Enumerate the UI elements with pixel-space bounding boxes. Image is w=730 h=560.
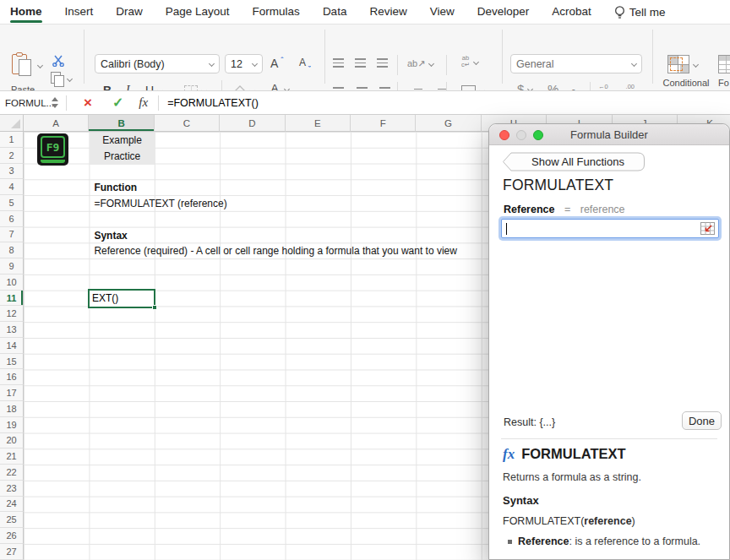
row-header-14[interactable]: 14 bbox=[0, 338, 24, 354]
menu-item-view[interactable]: View bbox=[430, 0, 455, 24]
column-header-c[interactable]: C bbox=[155, 115, 220, 132]
cell-b7[interactable]: Syntax bbox=[90, 228, 127, 244]
row-header-5[interactable]: 5 bbox=[0, 195, 24, 211]
row-header-1[interactable]: 1 bbox=[0, 132, 24, 148]
row-header-27[interactable]: 27 bbox=[0, 544, 24, 560]
fill-handle[interactable] bbox=[152, 305, 157, 310]
name-box[interactable]: FORMUL... bbox=[0, 98, 49, 108]
row-header-11[interactable]: 11 bbox=[0, 291, 24, 307]
cell-b4[interactable]: Function bbox=[90, 180, 137, 196]
font-name-select[interactable]: Calibri (Body) bbox=[95, 54, 220, 73]
row-header-19[interactable]: 19 bbox=[0, 417, 24, 433]
conditional-formatting-button[interactable] bbox=[667, 55, 698, 73]
font-color-button[interactable]: A bbox=[269, 82, 289, 91]
row-header-20[interactable]: 20 bbox=[0, 433, 24, 449]
column-header-g[interactable]: G bbox=[416, 115, 481, 132]
row-header-6[interactable]: 6 bbox=[0, 211, 24, 227]
column-header-f[interactable]: F bbox=[351, 115, 416, 132]
cut-button[interactable] bbox=[52, 55, 66, 67]
menu-item-acrobat[interactable]: Acrobat bbox=[552, 0, 591, 24]
row-header-7[interactable]: 7 bbox=[0, 227, 24, 243]
cell-b1[interactable]: Example bbox=[90, 133, 154, 149]
window-titlebar[interactable]: Formula Builder bbox=[489, 124, 729, 145]
menu-item-page-layout[interactable]: Page Layout bbox=[166, 0, 230, 24]
done-button[interactable]: Done bbox=[682, 411, 722, 430]
row-header-12[interactable]: 12 bbox=[0, 306, 24, 322]
menu-item-home[interactable]: Home bbox=[10, 0, 42, 24]
underline-button[interactable]: U bbox=[145, 84, 162, 91]
cell-b8[interactable]: Reference (required) - A cell or cell ra… bbox=[90, 243, 457, 259]
chevron-down-icon[interactable] bbox=[473, 58, 479, 64]
paste-button[interactable] bbox=[12, 52, 42, 78]
menu-item-developer[interactable]: Developer bbox=[477, 0, 530, 24]
chevron-down-icon[interactable] bbox=[693, 61, 699, 67]
row-header-8[interactable]: 8 bbox=[0, 242, 24, 258]
zoom-window-button[interactable] bbox=[533, 130, 543, 140]
select-all-corner[interactable] bbox=[0, 115, 24, 132]
percent-format-button[interactable]: % bbox=[548, 82, 558, 91]
wrap-text-button[interactable]: abc↵ bbox=[461, 55, 478, 68]
row-header-3[interactable]: 3 bbox=[0, 164, 24, 180]
row-header-17[interactable]: 17 bbox=[0, 385, 24, 401]
menu-item-review[interactable]: Review bbox=[369, 0, 406, 24]
show-all-functions-button[interactable]: Show All Functions bbox=[502, 152, 646, 171]
menu-item-data[interactable]: Data bbox=[323, 0, 347, 24]
decrease-decimal-button[interactable]: ←0 .00 bbox=[598, 84, 608, 91]
stepper-up-icon[interactable] bbox=[52, 97, 58, 101]
fill-color-button[interactable] bbox=[233, 84, 254, 91]
menu-item-formulas[interactable]: Formulas bbox=[253, 0, 300, 24]
row-header-9[interactable]: 9 bbox=[0, 258, 24, 275]
chevron-down-icon[interactable] bbox=[67, 75, 73, 81]
number-format-select[interactable]: General bbox=[510, 54, 642, 73]
column-header-d[interactable]: D bbox=[220, 115, 285, 132]
comma-format-button[interactable]: , bbox=[571, 77, 576, 91]
row-header-23[interactable]: 23 bbox=[0, 481, 24, 497]
orientation-button[interactable]: ab↗ bbox=[407, 58, 433, 69]
bold-button[interactable]: B bbox=[103, 84, 112, 91]
row-header-10[interactable]: 10 bbox=[0, 275, 24, 291]
currency-format-button[interactable]: $ bbox=[517, 82, 532, 91]
copy-button[interactable] bbox=[51, 72, 72, 85]
merge-center-button[interactable]: ↔ bbox=[461, 85, 484, 91]
font-size-select[interactable]: 12 bbox=[225, 54, 263, 73]
italic-button[interactable]: I bbox=[126, 84, 130, 91]
minimize-window-button[interactable] bbox=[516, 130, 526, 140]
cell-b2[interactable]: Practice bbox=[90, 149, 154, 165]
menu-item-draw[interactable]: Draw bbox=[116, 0, 143, 24]
cell-b11-editing[interactable]: EXT() bbox=[88, 289, 155, 308]
cell-b5[interactable]: =FORMULATEXT (reference) bbox=[90, 196, 226, 212]
decrease-font-size-button[interactable]: Aˆ bbox=[299, 57, 311, 68]
row-header-21[interactable]: 21 bbox=[0, 449, 24, 465]
row-header-24[interactable]: 24 bbox=[0, 497, 24, 513]
column-header-e[interactable]: E bbox=[286, 115, 351, 132]
column-header-a[interactable]: A bbox=[24, 115, 89, 132]
align-bottom-button[interactable] bbox=[377, 58, 390, 68]
increase-decimal-button[interactable]: .00 →0 bbox=[625, 84, 635, 91]
column-header-b[interactable]: B bbox=[89, 115, 154, 132]
name-box-stepper[interactable] bbox=[49, 97, 61, 108]
increase-font-size-button[interactable]: Aˆ bbox=[270, 57, 283, 70]
formula-input[interactable]: =FORMULATEXT() bbox=[167, 97, 259, 109]
row-header-15[interactable]: 15 bbox=[0, 354, 24, 370]
reference-input[interactable] bbox=[501, 219, 719, 238]
row-header-22[interactable]: 22 bbox=[0, 465, 24, 481]
borders-button[interactable] bbox=[184, 85, 206, 91]
format-as-table-button[interactable] bbox=[718, 55, 730, 73]
row-header-26[interactable]: 26 bbox=[0, 528, 24, 544]
row-header-2[interactable]: 2 bbox=[0, 148, 24, 164]
chevron-down-icon[interactable] bbox=[428, 61, 434, 67]
row-header-16[interactable]: 16 bbox=[0, 369, 24, 385]
tell-me-button[interactable]: Tell me bbox=[614, 5, 666, 19]
range-selector-icon[interactable] bbox=[700, 222, 715, 235]
cancel-button[interactable]: × bbox=[84, 95, 92, 110]
chevron-down-icon[interactable] bbox=[37, 62, 43, 68]
row-header-25[interactable]: 25 bbox=[0, 512, 24, 528]
insert-function-button[interactable]: fx bbox=[139, 95, 148, 110]
row-header-4[interactable]: 4 bbox=[0, 179, 24, 195]
align-top-button[interactable] bbox=[333, 58, 346, 68]
align-middle-button[interactable] bbox=[355, 58, 368, 68]
close-window-button[interactable] bbox=[499, 130, 509, 140]
row-header-18[interactable]: 18 bbox=[0, 401, 24, 417]
row-header-13[interactable]: 13 bbox=[0, 322, 24, 338]
menu-item-insert[interactable]: Insert bbox=[65, 0, 94, 24]
